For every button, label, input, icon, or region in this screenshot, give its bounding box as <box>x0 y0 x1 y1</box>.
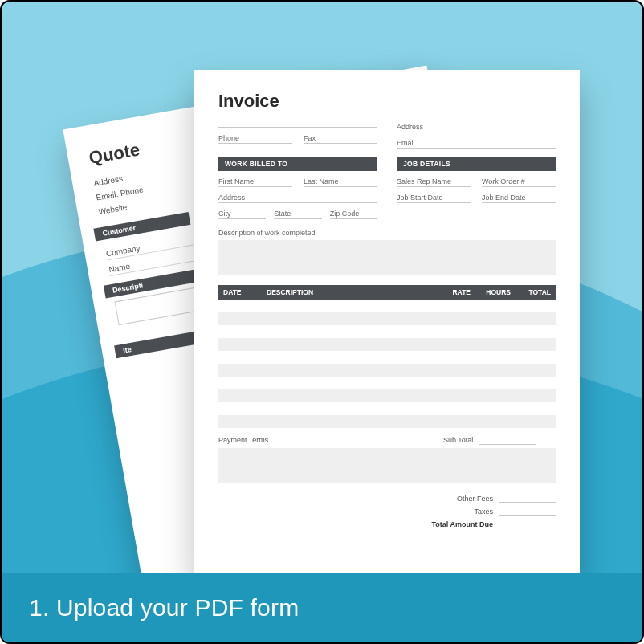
table-row <box>218 312 556 325</box>
subtotal-line <box>479 437 536 445</box>
col-description: DESCRIPTION <box>262 285 435 300</box>
band-job-details: JOB DETAILS <box>397 157 556 171</box>
company-name-line <box>218 116 377 128</box>
job-start-field: Job Start Date <box>397 187 471 203</box>
payment-terms-label: Payment Terms <box>218 436 443 445</box>
city-field: City <box>218 203 266 219</box>
payment-terms-box <box>218 448 556 483</box>
caption-bar: 1. Upload your PDF form <box>2 573 642 642</box>
description-label: Description of work completed <box>218 229 556 237</box>
table-row <box>218 364 556 377</box>
total-due-line <box>499 521 556 528</box>
taxes-label: Taxes <box>421 507 493 516</box>
table-row <box>218 300 556 312</box>
email-field: Email <box>397 132 556 149</box>
col-rate: RATE <box>435 285 475 300</box>
invoice-bands-row: WORK BILLED TO JOB DETAILS <box>218 149 556 171</box>
table-row <box>218 325 556 338</box>
invoice-page: Invoice Phone Fax Address Email <box>194 70 580 576</box>
subtotal-label: Sub Total <box>443 436 473 444</box>
taxes-line <box>499 508 556 516</box>
line-items-header: DATE DESCRIPTION RATE HOURS TOTAL <box>218 285 556 300</box>
address-field: Address <box>397 116 556 132</box>
table-row <box>218 415 556 428</box>
background: Quote Address Email. Phone Website Custo… <box>2 2 642 642</box>
billing-address-field: Address <box>218 187 377 203</box>
band-work-billed-to: WORK BILLED TO <box>218 157 377 171</box>
table-row <box>218 338 556 351</box>
other-fees-label: Other Fees <box>421 495 493 503</box>
zip-field: Zip Code <box>330 203 377 219</box>
invoice-title: Invoice <box>218 91 556 112</box>
description-box <box>218 240 556 275</box>
col-total: TOTAL <box>516 285 556 300</box>
col-hours: HOURS <box>475 285 516 300</box>
phone-field: Phone <box>218 128 292 144</box>
table-row <box>218 389 556 402</box>
total-due-label: Total Amount Due <box>421 520 493 528</box>
table-row <box>218 402 556 415</box>
other-fees-line <box>499 495 556 503</box>
illustration-card: Quote Address Email. Phone Website Custo… <box>0 0 644 644</box>
totals-block: Other Fees Taxes Total Amount Due <box>218 495 556 528</box>
job-end-field: Job End Date <box>482 187 556 203</box>
table-row <box>218 351 556 364</box>
state-field: State <box>274 203 321 219</box>
sales-rep-field: Sales Rep Name <box>397 171 471 187</box>
caption-text: 1. Upload your PDF form <box>29 594 299 622</box>
line-items-body <box>218 300 556 428</box>
first-name-field: First Name <box>218 171 292 187</box>
table-row <box>218 377 556 389</box>
invoice-top-row: Phone Fax Address Email <box>218 116 556 149</box>
last-name-field: Last Name <box>304 171 377 187</box>
fax-field: Fax <box>304 128 377 144</box>
subtotal-row: Payment Terms Sub Total <box>218 436 556 445</box>
col-date: DATE <box>218 285 262 300</box>
work-order-field: Work Order # <box>482 171 556 187</box>
invoice-details-row: First Name Last Name Address City State … <box>218 171 556 219</box>
